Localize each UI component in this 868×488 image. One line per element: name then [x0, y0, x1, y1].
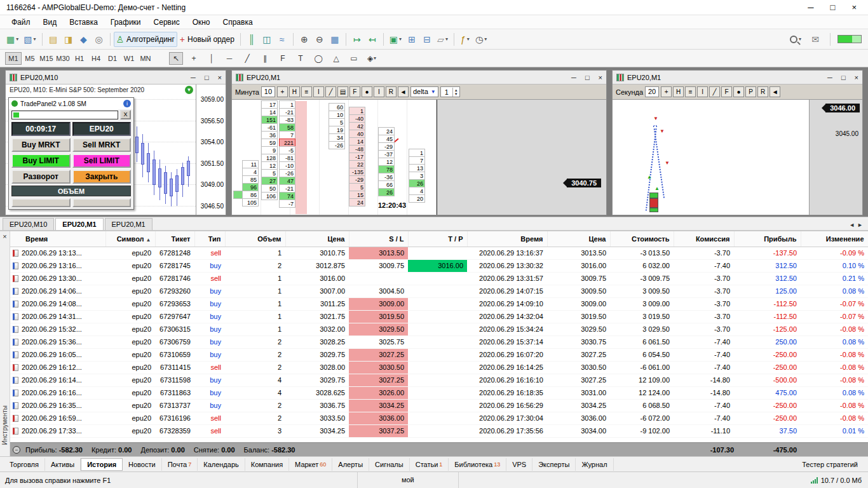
- menu-item-Сервис[interactable]: Сервис: [147, 17, 186, 28]
- volume-spinner[interactable]: 1 ▲▼: [440, 86, 460, 97]
- algo-trading-button[interactable]: ♙Алготрейдинг: [114, 32, 177, 47]
- timeframe-D1[interactable]: D1: [104, 52, 121, 65]
- cluster-toolbar-button[interactable]: ▤: [337, 86, 348, 97]
- cluster-toolbar-button[interactable]: ≡: [301, 86, 312, 97]
- cluster-toolbar-button[interactable]: ●: [733, 86, 744, 97]
- history-row[interactable]: 2020.06.29 16:12...epu2067311415sell2302…: [10, 361, 868, 374]
- bars-chart-button[interactable]: ║: [244, 32, 259, 47]
- indicators-button[interactable]: ▣▾: [387, 32, 404, 47]
- close-icon[interactable]: ×: [599, 74, 602, 81]
- menu-item-Вставка[interactable]: Вставка: [63, 17, 104, 28]
- horizontal-line-tool[interactable]: ─: [222, 52, 236, 65]
- sell-market-button[interactable]: Sell MRKT: [72, 138, 132, 152]
- chart-window-left-titlebar[interactable]: EPU20,M10 ─ □ ×: [6, 71, 226, 85]
- history-row[interactable]: 2020.06.29 16:35...epu2067313737buy23036…: [10, 399, 868, 412]
- close-icon[interactable]: ×: [218, 74, 222, 81]
- menu-item-Вид[interactable]: Вид: [37, 17, 64, 28]
- delta-select[interactable]: delta ▼: [410, 86, 438, 97]
- crosshair-tool[interactable]: +: [187, 52, 201, 65]
- minimize-icon[interactable]: ─: [191, 74, 196, 81]
- timeframe-MN[interactable]: MN: [137, 52, 154, 65]
- partial-button[interactable]: [72, 198, 132, 207]
- strategy-tester-label[interactable]: Тестер стратегий: [802, 461, 864, 468]
- menu-item-Файл[interactable]: Файл: [5, 17, 37, 28]
- equidistant-channel-tool[interactable]: ∥: [258, 52, 272, 65]
- panel-close-button[interactable]: X: [120, 110, 131, 119]
- toolbox-tab-Почта[interactable]: Почта7: [162, 458, 198, 471]
- menu-item-Справка[interactable]: Справка: [217, 17, 259, 28]
- minimize-icon[interactable]: ─: [808, 3, 813, 12]
- maximize-icon[interactable]: □: [205, 74, 209, 81]
- chart-left-body[interactable]: EPU20, M10: E-Mini S&P 500: September 20…: [6, 85, 226, 215]
- cluster-toolbar-button[interactable]: R: [386, 86, 397, 97]
- ellipse-tool[interactable]: ◯: [311, 52, 325, 65]
- text-label-tool[interactable]: T: [294, 52, 308, 65]
- reverse-button[interactable]: Разворот: [11, 170, 71, 184]
- cluster-toolbar-button[interactable]: ●: [362, 86, 372, 97]
- cluster-toolbar-button[interactable]: P: [745, 86, 756, 97]
- trade-panel-titlebar[interactable]: TradePanel2 v.1.08 SM i: [9, 98, 133, 109]
- maximize-icon[interactable]: □: [585, 74, 590, 81]
- history-row[interactable]: 2020.06.29 13:30...epu2067281746sell1301…: [10, 272, 868, 285]
- minimize-icon[interactable]: ─: [571, 74, 576, 81]
- cluster-toolbar-button[interactable]: I: [374, 86, 384, 97]
- buy-market-button[interactable]: Buy MRKT: [11, 138, 71, 152]
- notifications-button[interactable]: ✉: [808, 32, 823, 47]
- close-position-button[interactable]: Закрыть: [72, 170, 132, 184]
- column-header-S / L[interactable]: S / L: [349, 231, 408, 247]
- column-header-Цена[interactable]: Цена: [547, 231, 610, 247]
- data-window-button[interactable]: ◨: [61, 32, 76, 47]
- timeframe-H4[interactable]: H4: [88, 52, 104, 65]
- chart-tab-EPU20,M1[interactable]: EPU20,M1: [105, 218, 153, 230]
- timeframe-H1[interactable]: H1: [71, 52, 88, 65]
- cluster-toolbar-button[interactable]: H: [289, 86, 300, 97]
- navigator-button[interactable]: ◆: [76, 32, 92, 47]
- history-row[interactable]: 2020.06.29 16:14...epu2067311598buy43029…: [10, 374, 868, 386]
- period-value[interactable]: 10: [261, 86, 275, 97]
- toolbox-tab-Торговля[interactable]: Торговля: [4, 458, 45, 471]
- history-row[interactable]: 2020.06.29 15:36...epu2067306759buy23028…: [10, 336, 868, 348]
- cursor-tool[interactable]: ↖: [169, 52, 183, 65]
- chart-window-middle-titlebar[interactable]: EPU20,M1 ─ □ ×: [232, 71, 606, 85]
- scroll-left-icon[interactable]: ◄: [849, 222, 855, 228]
- column-header-Комиссия[interactable]: Комиссия: [674, 231, 734, 247]
- cluster-toolbar-button[interactable]: ╱: [325, 86, 336, 97]
- history-row[interactable]: 2020.06.29 16:16...epu2067311863buy43028…: [10, 386, 868, 399]
- account-profile[interactable]: мой: [357, 472, 459, 488]
- buy-limit-button[interactable]: Buy LIMIT: [11, 154, 71, 168]
- profiles-button[interactable]: ▧▾: [21, 32, 38, 47]
- column-header-Тип[interactable]: Тип: [194, 231, 225, 247]
- history-row[interactable]: 2020.06.29 14:06...epu2067293260buy13007…: [10, 285, 868, 297]
- insert-indicator-button[interactable]: ƒ▾: [458, 32, 473, 47]
- chart-tab-EPU20,M1[interactable]: EPU20,M1: [55, 218, 103, 230]
- chart-middle-body[interactable]: Минута 10 +H≡I╱▤F●IR◄ delta ▼ 1 ▲▼ 3040.…: [232, 85, 606, 215]
- history-row[interactable]: 2020.06.29 14:08...epu2067293653buy13011…: [10, 297, 868, 310]
- shapes-tool[interactable]: ◈▾: [365, 52, 379, 65]
- cluster-toolbar-button[interactable]: R: [757, 86, 768, 97]
- sell-limit-button[interactable]: Sell LIMIT: [72, 154, 132, 168]
- timeframe-M15[interactable]: M15: [38, 52, 55, 65]
- close-icon[interactable]: ×: [851, 3, 857, 12]
- info-icon[interactable]: i: [123, 100, 131, 107]
- toolbox-tab-Активы[interactable]: Активы: [45, 458, 81, 471]
- timeframe-M5[interactable]: M5: [22, 52, 38, 65]
- toolbox-tab-Журнал[interactable]: Журнал: [576, 458, 613, 471]
- triangle-tool[interactable]: △: [329, 52, 343, 65]
- auto-scroll-button[interactable]: ↦: [349, 32, 365, 47]
- window-grid-button[interactable]: ⊞: [404, 32, 419, 47]
- window-horizontal-button[interactable]: ⊟: [419, 32, 435, 47]
- tile-windows-button[interactable]: ▦: [327, 32, 342, 47]
- cluster-chart-area[interactable]: 3040.75 12:20:43 31148596861051714151-61…: [232, 100, 606, 215]
- spinner-arrows-icon[interactable]: ▲▼: [452, 88, 459, 97]
- close-icon[interactable]: ×: [855, 74, 858, 81]
- history-row[interactable]: 2020.06.29 16:05...epu2067310659buy23029…: [10, 348, 868, 361]
- cluster-toolbar-button[interactable]: I: [697, 86, 708, 97]
- chart-shift-button[interactable]: ↤: [365, 32, 380, 47]
- menu-item-Окно[interactable]: Окно: [186, 17, 217, 28]
- toolbox-tab-Эксперты[interactable]: Эксперты: [532, 458, 576, 471]
- period-value[interactable]: 20: [645, 86, 659, 97]
- period-selector-button[interactable]: ◷▾: [473, 32, 489, 47]
- expert-script-icon[interactable]: ▼: [185, 86, 193, 94]
- column-header-Цена[interactable]: Цена: [285, 231, 349, 247]
- vertical-line-tool[interactable]: │: [205, 52, 219, 65]
